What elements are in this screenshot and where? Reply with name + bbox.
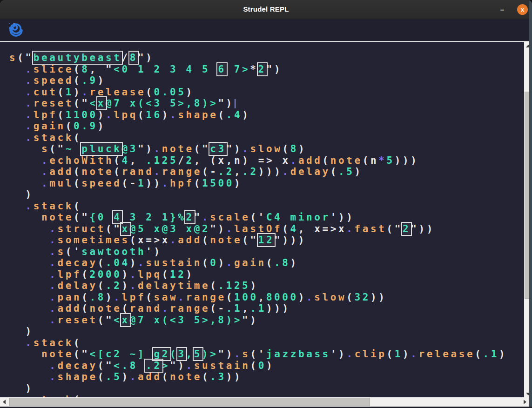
code-line: .speed(.9)	[9, 75, 524, 87]
minimize-icon: –	[500, 6, 504, 13]
code-line: )	[9, 383, 524, 395]
titlebar: Strudel REPL – x	[0, 0, 532, 19]
code-line: s("~ pluck@3").note("c3").slow(8)	[9, 143, 524, 155]
code-line: .decay(.04).sustain(0).gain(.8)	[9, 257, 524, 269]
triangle-left-icon	[3, 400, 6, 404]
code-line: .slice(8, "<0 1 2 3 4 5 6 7>*2")	[9, 64, 524, 75]
strudel-repl-window: Strudel REPL – x s("beautybeast/8") .sli…	[0, 0, 532, 408]
minimize-button[interactable]: –	[497, 0, 508, 19]
code-line: .reset("<x@7 x(<3 5>,8)>")	[9, 314, 524, 326]
close-icon: x	[521, 6, 524, 13]
code-line: .reset("<x@7 x(<3 5>,8)>")	[9, 98, 524, 109]
code-line: .stack(	[9, 132, 524, 144]
code-line: )	[9, 189, 524, 201]
code-line: .lpf(1100).lpq(16).shape(.4)	[9, 109, 524, 121]
code-line: .echoWith(4, .125/2, (x,n) => x.add(note…	[9, 155, 524, 167]
code-line: .pan(.8).lpf(saw.range(100,8000).slow(32…	[9, 292, 524, 303]
window-right-edge	[529, 0, 532, 408]
code-line: .stack(	[9, 201, 524, 212]
code-line: .mul(speed(-1)).hpf(1500)	[9, 178, 524, 189]
editor-region: s("beautybeast/8") .slice(8, "<0 1 2 3 4…	[0, 41, 532, 398]
code-editor[interactable]: s("beautybeast/8") .slice(8, "<0 1 2 3 4…	[0, 42, 524, 398]
toolbar	[0, 19, 532, 41]
code-line: .gain(0.9)	[9, 120, 524, 132]
horizontal-scrollbar-thumb[interactable]	[9, 398, 370, 406]
code-line: note("{0 4 3 2 1}%2".scale('C4 minor'))	[9, 212, 524, 223]
triangle-right-icon	[524, 400, 526, 404]
code-line: .cut(1).release(0.05)	[9, 87, 524, 98]
close-button[interactable]: x	[517, 4, 528, 15]
code-line: .delay(.2).delaytime(.125)	[9, 280, 524, 292]
code-line: )	[9, 326, 524, 337]
code-line: .s('sawtooth')	[9, 246, 524, 258]
strudel-spiral-icon[interactable]	[9, 23, 23, 37]
code-line: note("<[c2 ~] g2(3,5)>").s('jazzbass').c…	[9, 348, 524, 360]
text-cursor	[235, 99, 236, 108]
horizontal-scrollbar[interactable]	[0, 397, 529, 407]
code-line: .add(note(rand.range(-.1,.1)))	[9, 303, 524, 314]
code-line: .add(note(rand.range(-.2,.2))).delay(.5)	[9, 166, 524, 178]
code-line: .lpf(2000).lpq(12)	[9, 269, 524, 281]
scroll-left-button[interactable]	[0, 397, 8, 407]
code-line: .shape(.5).add(note(.3))	[9, 371, 524, 383]
scroll-right-button[interactable]	[521, 397, 529, 407]
window-title: Strudel REPL	[0, 0, 532, 19]
code-line: .sometimes(x=>x.add(note("12")))	[9, 234, 524, 246]
code-line: .struct("x@5 x@3 x@2").lastOf(4, x=>x.fa…	[9, 223, 524, 235]
code-line: .decay("<.8 .2>").sustain(0)	[9, 360, 524, 372]
code-line: .stack(	[9, 337, 524, 349]
code-line: s("beautybeast/8")	[9, 52, 524, 64]
